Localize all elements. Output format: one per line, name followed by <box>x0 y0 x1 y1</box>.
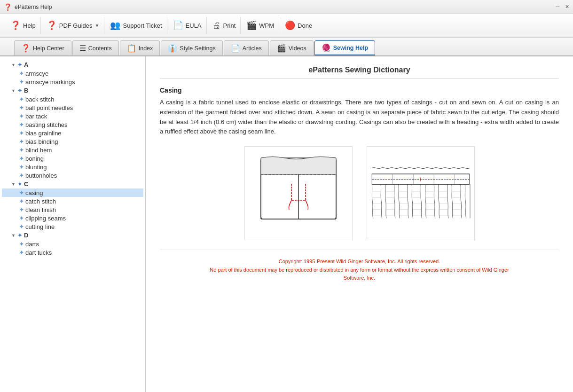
sidebar[interactable]: ▼ ✦ A ✦ armscye ✦ armscye markings ▼ ✦ B… <box>0 56 146 392</box>
item-clean-finish-label: clean finish <box>25 206 56 213</box>
content-area: ePatterns Sewing Dictionary Casing A cas… <box>146 56 573 392</box>
tab-articles-label: Articles <box>243 45 262 52</box>
collapse-b-icon: ▼ <box>11 88 16 93</box>
dot-icon: ✦ <box>19 146 24 154</box>
tab-index[interactable]: 📋 Index <box>120 40 160 55</box>
section-c-header[interactable]: ▼ ✦ C <box>2 180 143 188</box>
dot-icon: ✦ <box>19 206 24 213</box>
app-title: ePatterns Help <box>15 4 52 10</box>
content-title: ePatterns Sewing Dictionary <box>160 66 559 79</box>
item-catch-stitch[interactable]: ✦ catch stitch <box>2 197 143 205</box>
support-ticket-button[interactable]: 👥 Support Ticket <box>105 17 167 34</box>
tab-contents-label: Contents <box>88 45 112 52</box>
item-clipping-seams[interactable]: ✦ clipping seams <box>2 214 143 222</box>
item-darts-label: darts <box>25 241 39 248</box>
node-d-icon: ✦ <box>17 232 22 239</box>
dot-icon: ✦ <box>19 240 24 248</box>
done-label: Done <box>298 22 312 29</box>
eula-icon: 📄 <box>173 20 183 31</box>
tabs-bar: ❓ Help Center ☰ Contents 📋 Index 👔 Style… <box>0 38 573 56</box>
item-cutting-line[interactable]: ✦ cutting line <box>2 222 143 231</box>
item-boning-label: boning <box>25 155 44 162</box>
item-blind-hem[interactable]: ✦ blind hem <box>2 146 143 154</box>
item-catch-stitch-label: catch stitch <box>25 198 56 205</box>
tab-sewing-help[interactable]: 🧶 Sewing Help <box>314 40 375 55</box>
item-bar-tack[interactable]: ✦ bar tack <box>2 112 143 120</box>
item-bias-grainline[interactable]: ✦ bias grainline <box>2 129 143 137</box>
item-blunting-label: blunting <box>25 164 47 171</box>
section-a-header[interactable]: ▼ ✦ A <box>2 60 143 69</box>
help-icon: ❓ <box>10 20 21 31</box>
tab-help-center[interactable]: ❓ Help Center <box>14 40 71 55</box>
done-icon: 🔴 <box>285 20 295 31</box>
pdf-guides-button[interactable]: ❓ PDF Guides ▼ <box>42 17 105 34</box>
item-ball-point-needles[interactable]: ✦ ball point needles <box>2 103 143 112</box>
dropdown-arrow-icon: ▼ <box>95 23 100 28</box>
item-bias-binding-label: bias binding <box>25 138 58 145</box>
tab-videos[interactable]: 🎬 Videos <box>270 40 314 55</box>
wpm-button[interactable]: 🎬 WPM <box>242 17 279 34</box>
item-armscye[interactable]: ✦ armscye <box>2 69 143 78</box>
item-clipping-seams-label: clipping seams <box>25 215 66 222</box>
pdf-icon: ❓ <box>47 20 57 31</box>
eula-button[interactable]: 📄 EULA <box>168 17 207 34</box>
tab-style-settings-label: Style Settings <box>180 45 215 52</box>
dot-icon: ✦ <box>19 78 24 86</box>
item-ball-point-needles-label: ball point needles <box>25 104 73 111</box>
dot-icon: ✦ <box>19 95 24 103</box>
item-darts[interactable]: ✦ darts <box>2 240 143 248</box>
item-buttonholes-label: buttonholes <box>25 172 57 179</box>
tab-index-label: Index <box>139 45 153 52</box>
tab-articles[interactable]: 📄 Articles <box>224 40 269 55</box>
item-dart-tucks[interactable]: ✦ dart tucks <box>2 248 143 257</box>
print-button[interactable]: 🖨 Print <box>208 17 241 34</box>
dot-icon: ✦ <box>19 121 24 128</box>
item-boning[interactable]: ✦ boning <box>2 154 143 163</box>
support-icon: 👥 <box>110 20 120 31</box>
node-c-icon: ✦ <box>17 181 22 188</box>
dot-icon: ✦ <box>19 155 24 162</box>
dot-icon: ✦ <box>19 223 24 230</box>
minimize-button[interactable]: ─ <box>556 4 559 10</box>
item-clean-finish[interactable]: ✦ clean finish <box>2 205 143 214</box>
illustration-cut-on-casing <box>244 146 353 240</box>
dot-icon: ✦ <box>19 112 24 120</box>
close-button[interactable]: ✕ <box>565 4 569 10</box>
section-b-header[interactable]: ▼ ✦ B <box>2 86 143 95</box>
item-blunting[interactable]: ✦ blunting <box>2 163 143 171</box>
item-bias-grainline-label: bias grainline <box>25 130 62 137</box>
tab-help-center-label: Help Center <box>33 45 64 52</box>
item-bias-binding[interactable]: ✦ bias binding <box>2 137 143 146</box>
tab-sewing-help-label: Sewing Help <box>333 45 368 51</box>
help-button[interactable]: ❓ Help <box>6 17 41 34</box>
section-d-header[interactable]: ▼ ✦ D <box>2 231 143 240</box>
tab-contents[interactable]: ☰ Contents <box>72 40 119 55</box>
pdf-label: PDF Guides <box>59 22 93 29</box>
dot-icon: ✦ <box>19 70 24 77</box>
copyright-line3: Software, Inc. <box>160 274 559 282</box>
node-a-icon: ✦ <box>17 62 22 68</box>
item-blind-hem-label: blind hem <box>25 147 52 154</box>
item-back-stitch[interactable]: ✦ back stitch <box>2 95 143 103</box>
style-settings-icon: 👔 <box>168 44 177 53</box>
tab-style-settings[interactable]: 👔 Style Settings <box>161 40 222 55</box>
eula-label: EULA <box>186 22 202 29</box>
copyright: Copyright: 1995-Present Wild Ginger Soft… <box>160 250 559 282</box>
item-basting-stitches-label: basting stitches <box>25 121 68 128</box>
print-icon: 🖨 <box>212 21 221 31</box>
item-armscye-markings-label: armscye markings <box>25 78 75 86</box>
item-armscye-markings[interactable]: ✦ armscye markings <box>2 78 143 86</box>
help-label: Help <box>23 22 36 29</box>
index-icon: 📋 <box>127 44 136 53</box>
item-buttonholes[interactable]: ✦ buttonholes <box>2 171 143 180</box>
done-button[interactable]: 🔴 Done <box>280 17 317 34</box>
support-label: Support Ticket <box>123 22 162 29</box>
articles-icon: 📄 <box>231 44 240 53</box>
collapse-a-icon: ▼ <box>11 63 16 67</box>
main-area: ▼ ✦ A ✦ armscye ✦ armscye markings ▼ ✦ B… <box>0 56 573 392</box>
item-basting-stitches[interactable]: ✦ basting stitches <box>2 120 143 129</box>
wpm-icon: 🎬 <box>246 20 257 31</box>
item-casing[interactable]: ✦ casing <box>2 188 143 197</box>
section-b-label: B <box>24 87 28 94</box>
title-bar-left: ❓ ePatterns Help <box>4 3 52 11</box>
